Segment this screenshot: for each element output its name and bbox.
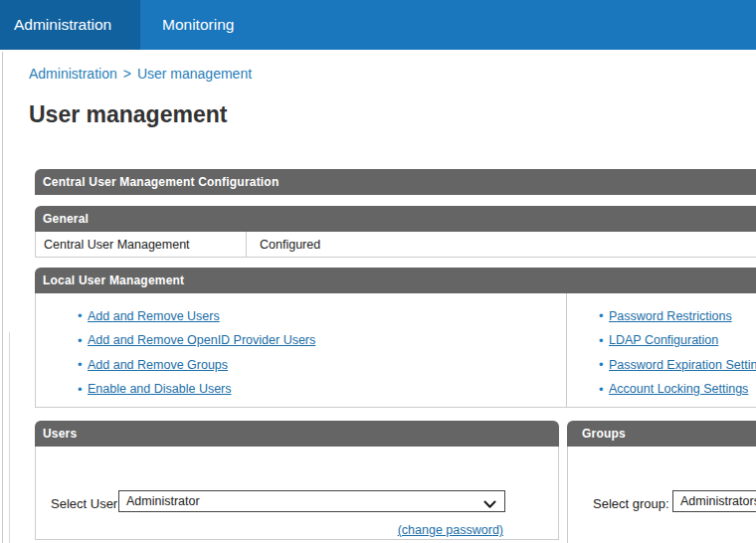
bullet-icon: • (599, 382, 609, 397)
bullet-icon: • (599, 308, 609, 323)
local-links-left-list: •Add and Remove Users •Add and Remove Op… (36, 293, 566, 396)
select-user-label: Select User: (51, 496, 121, 511)
section-header-local-user-management: Local User Management (35, 268, 756, 293)
change-password-link[interactable]: (change password) (398, 523, 503, 537)
chevron-down-icon (483, 498, 496, 512)
link-add-remove-openid-provider-users[interactable]: Add and Remove OpenID Provider Users (88, 333, 315, 347)
list-item: •Enable and Disable Users (78, 383, 566, 396)
user-select-value: Administrator (126, 494, 200, 508)
bullet-icon: • (78, 308, 88, 323)
user-select[interactable]: Administrator (118, 490, 505, 512)
local-links-left-column: •Add and Remove Users •Add and Remove Op… (36, 293, 567, 407)
list-item: •Password Expiration Settings (599, 358, 756, 371)
inner-left-border (9, 332, 10, 543)
bullet-icon: • (78, 382, 88, 397)
link-password-restrictions[interactable]: Password Restrictions (609, 309, 732, 323)
tab-administration[interactable]: Administration (0, 0, 140, 50)
link-ldap-configuration[interactable]: LDAP Configuration (609, 333, 718, 347)
section-header-general: General (35, 206, 756, 232)
link-enable-disable-users[interactable]: Enable and Disable Users (88, 382, 232, 396)
local-links-right-column: •Password Restrictions •LDAP Configurati… (567, 293, 756, 407)
users-panel-body: Select User: Administrator (change passw… (35, 447, 559, 540)
link-account-locking-settings[interactable]: Account Locking Settings (609, 382, 748, 396)
link-add-remove-groups[interactable]: Add and Remove Groups (88, 358, 228, 372)
group-select-value: Administrators (680, 494, 756, 508)
breadcrumb: Administration>User management (29, 66, 252, 82)
list-item: •Password Restrictions (599, 309, 756, 322)
breadcrumb-separator: > (117, 66, 137, 82)
group-select[interactable]: Administrators (672, 490, 756, 512)
general-row-label: Central User Management (36, 232, 247, 257)
section-header-users: Users (35, 421, 559, 447)
select-group-label: Select group: (593, 496, 669, 511)
general-table-row: Central User Management Configured (35, 232, 756, 258)
breadcrumb-link-user-management[interactable]: User management (137, 66, 252, 82)
list-item: •Account Locking Settings (599, 383, 756, 396)
groups-panel-body: Select group: Administrators (567, 447, 756, 543)
page-left-border (2, 52, 3, 543)
list-item: •Add and Remove OpenID Provider Users (78, 334, 566, 347)
top-nav-bar: Administration Monitoring (0, 0, 756, 50)
local-user-management-panel: •Add and Remove Users •Add and Remove Op… (35, 293, 756, 408)
groups-panel: Groups Select group: Administrators (567, 421, 756, 543)
section-header-groups: Groups (567, 421, 756, 447)
bullet-icon: • (599, 357, 609, 372)
list-item: •Add and Remove Users (78, 309, 566, 322)
tab-monitoring[interactable]: Monitoring (140, 0, 270, 50)
list-item: •LDAP Configuration (599, 334, 756, 347)
bullet-icon: • (78, 357, 88, 372)
local-links-right-list: •Password Restrictions •LDAP Configurati… (567, 293, 756, 396)
users-panel: Users Select User: Administrator (change… (35, 421, 559, 540)
bullet-icon: • (78, 333, 88, 348)
section-header-central-user-management-configuration: Central User Management Configuration (35, 169, 756, 195)
general-row-value: Configured (247, 232, 756, 257)
tab-administration-label: Administration (14, 16, 111, 34)
tab-monitoring-label: Monitoring (162, 16, 234, 34)
bullet-icon: • (599, 333, 609, 348)
link-add-remove-users[interactable]: Add and Remove Users (88, 309, 220, 323)
list-item: •Add and Remove Groups (78, 358, 566, 371)
page-title: User management (29, 101, 227, 128)
link-password-expiration-settings[interactable]: Password Expiration Settings (609, 358, 756, 372)
breadcrumb-link-administration[interactable]: Administration (29, 66, 117, 82)
